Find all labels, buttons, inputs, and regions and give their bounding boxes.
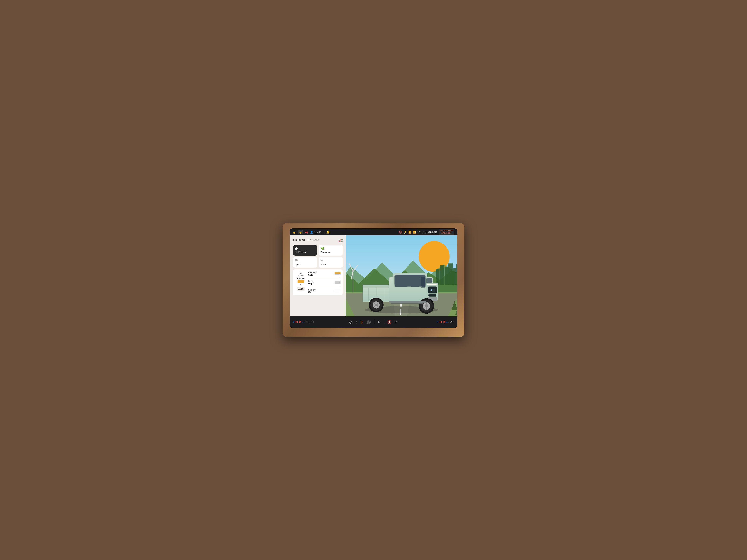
left-fan-icon[interactable]: ✿ bbox=[299, 320, 301, 324]
ride-feel-bars[interactable] bbox=[335, 272, 340, 275]
svg-rect-9 bbox=[456, 264, 457, 285]
right-fan-down[interactable]: ▾ bbox=[437, 321, 438, 323]
svg-text:R: R bbox=[431, 289, 432, 291]
height-value: Standard bbox=[297, 277, 305, 279]
stability-bar-3 bbox=[335, 292, 340, 292]
svg-rect-41 bbox=[428, 284, 437, 285]
svg-rect-47 bbox=[407, 287, 411, 287]
mode-card-snow[interactable]: ❄ Snow bbox=[319, 257, 343, 268]
svg-rect-65 bbox=[389, 301, 427, 302]
left-fan-up[interactable]: ▴ bbox=[302, 321, 304, 323]
setting-row-ride-feel: Ride Feel Soft bbox=[308, 271, 340, 276]
svg-rect-30 bbox=[363, 285, 392, 288]
regen-bar-1 bbox=[335, 281, 340, 282]
volume-mute-icon[interactable]: 🔇 bbox=[387, 320, 391, 324]
music-icon[interactable]: ♪ bbox=[356, 320, 357, 324]
scene-svg: R bbox=[346, 235, 457, 317]
lock-icon[interactable]: 🔒 bbox=[293, 231, 296, 234]
person-icon[interactable]: 👤 bbox=[310, 231, 313, 234]
no-wifi-icon: 📵 bbox=[399, 231, 402, 234]
settings-rows: Ride Feel Soft bbox=[308, 271, 340, 294]
three-lines[interactable]: ≡ bbox=[312, 320, 314, 324]
svg-rect-33 bbox=[384, 288, 384, 301]
stability-bars[interactable] bbox=[335, 290, 340, 292]
mode-card-sport[interactable]: 🏁 Sport bbox=[293, 257, 317, 268]
svg-rect-31 bbox=[368, 288, 369, 301]
height-bar-1 bbox=[298, 281, 304, 281]
ride-feel-bar-3 bbox=[335, 274, 340, 275]
navigate-icon[interactable]: ◎ bbox=[349, 320, 352, 324]
svg-rect-7 bbox=[448, 263, 453, 285]
tab-on-road[interactable]: On-Road bbox=[293, 238, 305, 242]
tab-off-road[interactable]: Off-Road bbox=[307, 238, 319, 242]
drive-mode-icon[interactable]: ⊞ bbox=[361, 320, 363, 324]
carrier: LTE bbox=[422, 231, 427, 233]
all-purpose-label: All-Purpose bbox=[295, 251, 315, 254]
bell-icon[interactable]: 🔔 bbox=[327, 231, 330, 234]
signal-icon: 📶 bbox=[413, 231, 416, 234]
height-title: Height bbox=[297, 275, 305, 277]
bottom-bar: ▾ HI ✿ ▴ ⊞ ⊟ ≡ ◎ ♪ ⊞ 🎥 ⚙ 🔇 ♨ bbox=[290, 317, 457, 327]
settings-icon[interactable]: ⚙ bbox=[378, 320, 381, 324]
truck-mode-icon[interactable]: 🚛 bbox=[339, 238, 343, 242]
settings-section: ∧ Height Standard ∨ AUTO bbox=[293, 269, 343, 295]
ride-feel-name: Ride Feel bbox=[308, 271, 317, 273]
status-right-icons: 📵 ⚡ 📶 📶 54° LTE 9:54 AM ✕2 PASSENGER AIR… bbox=[399, 229, 454, 235]
car-icon[interactable]: 🚗 bbox=[305, 231, 308, 234]
snow-label: Snow bbox=[320, 263, 341, 266]
bluetooth-icon: ⚡ bbox=[404, 231, 407, 234]
all-purpose-icon: 🛣 bbox=[295, 247, 315, 250]
stability-name: Stability bbox=[308, 289, 315, 291]
height-bars bbox=[298, 281, 304, 283]
auto-button[interactable]: AUTO bbox=[297, 287, 305, 291]
clock: 9:54 AM bbox=[428, 231, 437, 233]
stability-bar-2 bbox=[335, 291, 340, 291]
snow-icon: ❄ bbox=[320, 259, 341, 262]
main-screen: 🔒 🔓 🚗 👤 Rivian ○ 🔔 📵 ⚡ 📶 📶 54° LTE 9:54 … bbox=[290, 229, 457, 327]
rivian-label[interactable]: Rivian bbox=[315, 231, 321, 233]
mode-card-conserve[interactable]: 🌿 Conserve bbox=[319, 245, 343, 256]
regen-info: Regen High bbox=[308, 280, 314, 285]
temperature: 54° bbox=[418, 231, 421, 233]
circle-icon: ○ bbox=[323, 231, 325, 234]
regen-value: High bbox=[308, 282, 314, 285]
vehicle-illustration: R bbox=[346, 235, 457, 317]
sport-icon: 🏁 bbox=[295, 259, 315, 262]
bottom-left-controls: ▾ HI ✿ ▴ ⊞ ⊟ ≡ bbox=[293, 320, 315, 324]
sync-label: SYNC bbox=[449, 321, 454, 323]
bottom-center-controls: ◎ ♪ ⊞ 🎥 ⚙ 🔇 ♨ bbox=[316, 320, 431, 324]
seat-heat-left[interactable]: ⊞ bbox=[305, 320, 307, 324]
left-panel: On-Road Off-Road 🚛 🛣 All-Purpose 🌿 bbox=[290, 235, 346, 317]
signal-off-icon: 📶 bbox=[408, 231, 411, 234]
left-fan-speed: HI bbox=[295, 321, 298, 323]
height-bar-3 bbox=[298, 282, 304, 283]
height-down-arrow[interactable]: ∨ bbox=[300, 284, 302, 286]
right-area: R bbox=[346, 235, 457, 317]
ride-feel-value: Soft bbox=[308, 273, 317, 276]
svg-rect-38 bbox=[420, 277, 426, 287]
status-bar: 🔒 🔓 🚗 👤 Rivian ○ 🔔 📵 ⚡ 📶 📶 54° LTE 9:54 … bbox=[290, 229, 457, 235]
stability-value: On bbox=[308, 291, 315, 294]
height-control: ∧ Height Standard ∨ AUTO bbox=[295, 271, 306, 294]
svg-rect-66 bbox=[391, 302, 423, 303]
conserve-icon: 🌿 bbox=[320, 247, 341, 250]
unlock-icon[interactable]: 🔓 bbox=[298, 230, 303, 234]
height-up-arrow[interactable]: ∧ bbox=[300, 271, 302, 274]
height-bar-2 bbox=[298, 281, 304, 282]
passenger-airbag-indicator: ✕2 PASSENGER AIRBAG OFF bbox=[439, 229, 454, 235]
drive-mode-tab-group: On-Road Off-Road bbox=[293, 238, 319, 242]
rear-heat[interactable]: ⊟ bbox=[308, 320, 311, 324]
right-fan-speed: HI bbox=[439, 321, 442, 323]
regen-bar-2 bbox=[335, 282, 340, 283]
camera-icon[interactable]: 🎥 bbox=[367, 320, 371, 324]
mode-card-all-purpose[interactable]: 🛣 All-Purpose bbox=[293, 245, 317, 256]
right-fan-icon[interactable]: ✿ bbox=[443, 320, 445, 324]
right-fan-up[interactable]: ▴ bbox=[446, 321, 447, 323]
status-left-icons: 🔒 🔓 🚗 👤 Rivian ○ 🔔 bbox=[293, 230, 397, 234]
passenger-heat-icon[interactable]: ♨ bbox=[395, 320, 398, 324]
svg-rect-4 bbox=[436, 269, 440, 285]
bottom-right-controls: ▾ HI ✿ ▴ SYNC bbox=[432, 320, 454, 324]
svg-rect-8 bbox=[453, 268, 456, 285]
regen-bars[interactable] bbox=[335, 281, 340, 284]
left-fan-down[interactable]: ▾ bbox=[293, 321, 294, 323]
